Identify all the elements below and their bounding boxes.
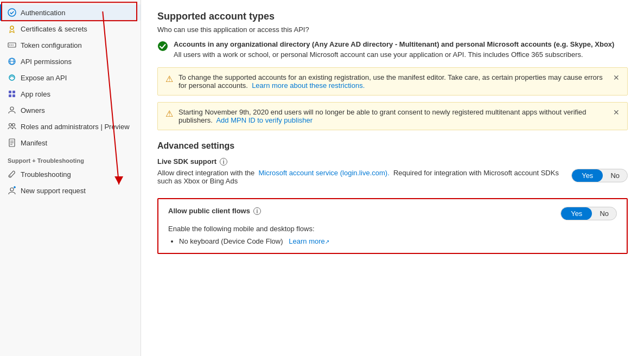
- token-icon: [8, 41, 16, 49]
- warning1-close-button[interactable]: ✕: [613, 73, 620, 82]
- live-sdk-setting: Live SDK support i Allow direct integrat…: [157, 157, 628, 189]
- sidebar-item-app-roles[interactable]: App roles: [0, 86, 141, 102]
- live-sdk-link[interactable]: Microsoft account service (login.live.co…: [258, 169, 389, 177]
- sidebar-section-support: Support + Troubleshooting: [0, 151, 141, 166]
- warning-box-1: ⚠ To change the supported accounts for a…: [157, 67, 628, 96]
- live-sdk-yes-button[interactable]: Yes: [572, 169, 603, 182]
- page-title: Supported account types: [157, 11, 628, 22]
- page-subtitle: Who can use this application or access t…: [157, 26, 628, 34]
- public-client-left: Allow public client flows i: [168, 207, 550, 218]
- public-client-desc: Enable the following mobile and desktop …: [168, 225, 617, 233]
- svg-point-23: [10, 176, 11, 177]
- svg-point-24: [10, 188, 14, 191]
- sidebar-item-label: API permissions: [21, 58, 72, 66]
- list-item: No keyboard (Device Code Flow) Learn mor…: [179, 237, 617, 245]
- wrench-icon: [8, 170, 16, 179]
- warning2-link[interactable]: Add MPN ID to verify publisher: [216, 116, 313, 124]
- svg-rect-5: [8, 43, 16, 47]
- advanced-settings-title: Advanced settings: [157, 141, 628, 151]
- svg-point-17: [9, 124, 12, 126]
- sidebar-item-owners[interactable]: Owners: [0, 102, 141, 118]
- live-sdk-info-icon[interactable]: i: [220, 158, 227, 166]
- public-client-label: Allow public client flows i: [168, 207, 550, 215]
- sidebar-item-label: Roles and administrators | Preview: [21, 123, 130, 131]
- sidebar-item-certificates[interactable]: Certificates & secrets: [0, 21, 141, 37]
- warning-text-1: To change the supported accounts for an …: [178, 73, 608, 90]
- public-client-no-button[interactable]: No: [592, 207, 616, 220]
- public-client-header-row: Allow public client flows i Yes No: [168, 207, 617, 220]
- public-client-flows-box: Allow public client flows i Yes No Enabl…: [157, 198, 628, 254]
- svg-point-27: [158, 41, 168, 51]
- support-icon: [8, 186, 16, 195]
- sidebar-item-token-config[interactable]: Token configuration: [0, 37, 141, 53]
- warning-box-2: ⚠ Starting November 9th, 2020 end users …: [157, 102, 628, 130]
- svg-point-4: [10, 26, 14, 29]
- svg-rect-15: [12, 94, 15, 97]
- warning1-link[interactable]: Learn more about these restrictions.: [252, 81, 365, 90]
- account-type-bold: Accounts in any organizational directory…: [174, 40, 614, 48]
- warning-icon-2: ⚠: [165, 109, 173, 119]
- warning-text-2: Starting November 9th, 2020 end users wi…: [178, 108, 608, 124]
- device-code-flow-link[interactable]: Learn more↗: [287, 237, 329, 245]
- sidebar-item-label: Authentication: [21, 9, 65, 17]
- svg-rect-12: [9, 91, 11, 93]
- sidebar-item-api-permissions[interactable]: API permissions: [0, 53, 141, 69]
- main-content: Supported account types Who can use this…: [141, 0, 644, 356]
- sidebar-item-label: App roles: [21, 90, 50, 98]
- check-icon: [157, 41, 168, 54]
- sidebar-item-label: Certificates & secrets: [21, 25, 87, 33]
- sidebar-item-manifest[interactable]: Manifest: [0, 135, 141, 151]
- svg-rect-14: [9, 94, 11, 97]
- sidebar-item-label: Owners: [21, 106, 45, 115]
- cert-icon: [8, 24, 16, 33]
- svg-point-16: [10, 107, 14, 110]
- sidebar-item-label: New support request: [21, 187, 86, 195]
- approles-icon: [8, 90, 16, 98]
- live-sdk-label: Live SDK support i: [157, 157, 628, 166]
- auth-icon: [8, 8, 16, 17]
- owners-icon: [8, 106, 16, 115]
- roles-icon: [8, 122, 16, 131]
- sidebar-item-label: Expose an API: [21, 74, 67, 82]
- public-client-flows-list: No keyboard (Device Code Flow) Learn mor…: [168, 237, 617, 245]
- public-client-yes-button[interactable]: Yes: [561, 207, 592, 220]
- account-type-desc: All users with a work or school, or pers…: [174, 50, 614, 59]
- live-sdk-toggle[interactable]: Yes No: [571, 169, 628, 182]
- warning-icon-1: ⚠: [165, 74, 173, 84]
- sidebar: Authentication Certificates & secrets To…: [0, 0, 141, 356]
- live-sdk-row: Allow direct integration with the Micros…: [157, 169, 628, 189]
- svg-rect-13: [12, 91, 15, 93]
- svg-point-3: [8, 9, 16, 16]
- sidebar-item-expose-api[interactable]: Expose an API: [0, 69, 141, 86]
- sidebar-item-troubleshooting[interactable]: Troubleshooting: [0, 166, 141, 182]
- live-sdk-no-button[interactable]: No: [603, 169, 627, 182]
- expose-icon: [8, 73, 16, 82]
- sidebar-item-roles-admin[interactable]: Roles and administrators | Preview: [0, 118, 141, 135]
- api-icon: [8, 57, 16, 66]
- manifest-icon: [8, 138, 16, 147]
- sidebar-item-authentication[interactable]: Authentication: [0, 4, 141, 21]
- svg-point-18: [12, 124, 15, 126]
- public-client-info-icon[interactable]: i: [253, 207, 261, 215]
- account-type-block: Accounts in any organizational directory…: [157, 40, 628, 59]
- warning2-close-button[interactable]: ✕: [613, 108, 620, 117]
- sidebar-item-label: Manifest: [21, 139, 47, 147]
- sidebar-item-label: Token configuration: [21, 41, 82, 49]
- live-sdk-desc: Allow direct integration with the Micros…: [157, 169, 560, 189]
- sidebar-item-label: Troubleshooting: [21, 170, 71, 179]
- account-type-text: Accounts in any organizational directory…: [174, 40, 614, 59]
- sidebar-item-new-support[interactable]: New support request: [0, 182, 141, 199]
- public-client-toggle[interactable]: Yes No: [560, 207, 617, 220]
